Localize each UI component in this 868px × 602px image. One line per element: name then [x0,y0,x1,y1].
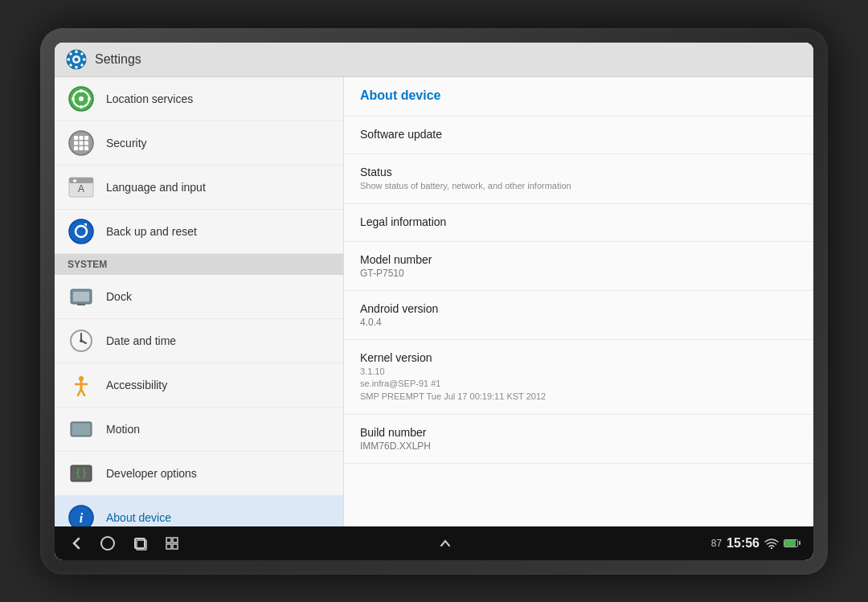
svg-rect-58 [173,544,178,549]
svg-rect-36 [77,304,85,305]
svg-point-15 [80,105,83,109]
battery-icon [784,539,800,547]
svg-rect-23 [80,141,84,145]
about-icon: i [68,504,95,526]
svg-rect-21 [84,136,88,140]
developer-icon: {} [68,460,95,487]
svg-rect-35 [73,292,89,301]
about-label: About device [106,511,171,524]
sidebar-item-about[interactable]: i About device [55,496,343,526]
about-device-header: About device [344,77,813,117]
svg-text:{}: {} [75,467,88,479]
svg-point-2 [75,57,79,61]
svg-point-52 [101,537,114,550]
android-version-value: 4.0.4 [360,317,797,328]
svg-point-40 [80,339,83,342]
model-value: GT-P7510 [360,268,797,279]
settings-body: Location services [55,77,813,526]
svg-rect-5 [68,58,71,60]
settings-app: Settings [55,43,813,560]
nav-buttons [68,535,180,551]
kernel-version-item: Kernel version 3.1.10 se.infra@SEP-91 #1… [344,340,813,415]
legal-title: Legal information [360,215,797,228]
location-label: Location services [106,92,193,105]
svg-rect-55 [166,538,171,543]
dock-icon [68,283,95,310]
build-number-item: Build number IMM76D.XXLPH [344,415,813,464]
back-button[interactable] [68,535,84,551]
android-version-item: Android version 4.0.4 [344,291,813,340]
svg-rect-27 [84,146,88,150]
accessibility-icon [68,371,95,399]
tablet-screen: Settings [55,43,813,560]
sidebar-item-motion[interactable]: Motion [55,407,343,452]
sidebar-item-security[interactable]: Security [55,121,343,166]
system-section-header: System [55,254,343,275]
svg-text:i: i [80,511,84,525]
system-bar: 87 15:56 [55,526,813,560]
up-arrow[interactable] [437,535,453,551]
svg-rect-29 [69,178,93,183]
svg-line-45 [81,389,84,395]
status-item[interactable]: Status Show status of battery, network, … [344,154,813,204]
status-subtitle: Show status of battery, network, and oth… [360,180,797,192]
svg-rect-25 [74,146,78,150]
sidebar-item-datetime[interactable]: Date and time [55,319,343,363]
settings-sidebar: Location services [55,77,344,526]
svg-point-32 [69,219,93,244]
svg-point-13 [79,96,84,101]
motion-icon [68,416,95,443]
svg-rect-19 [74,136,78,140]
legal-info-item[interactable]: Legal information [344,204,813,242]
sidebar-item-backup[interactable]: Back up and reset [55,210,343,254]
svg-rect-4 [76,66,78,69]
screenshot-button[interactable] [164,535,180,551]
svg-rect-22 [74,141,78,145]
svg-text:A: A [78,183,84,195]
settings-icon [66,49,87,70]
svg-rect-56 [173,538,178,543]
svg-point-59 [771,547,772,548]
sidebar-item-accessibility[interactable]: Accessibility [55,363,343,407]
svg-rect-20 [80,136,84,140]
sidebar-item-dock[interactable]: Dock [55,275,343,319]
build-title: Build number [360,426,797,439]
sidebar-item-location[interactable]: Location services [55,77,343,121]
sidebar-item-developer[interactable]: {} Developer options [55,452,343,496]
tablet-device: Settings [40,28,828,575]
center-nav [437,535,453,551]
sidebar-item-language[interactable]: A Language and input [55,166,343,210]
model-number-item: Model number GT-P7510 [344,242,813,291]
model-title: Model number [360,253,797,266]
build-value: IMM76D.XXLPH [360,440,797,452]
recent-apps-button[interactable] [132,535,148,551]
language-label: Language and input [106,181,206,194]
dock-label: Dock [106,290,132,303]
svg-rect-26 [80,146,84,150]
svg-rect-47 [72,424,90,435]
battery-level: 87 [711,538,722,549]
time-display: 15:56 [727,536,760,551]
svg-point-16 [72,97,75,100]
home-button[interactable] [100,535,116,551]
language-icon: A [68,174,95,201]
datetime-icon [68,327,95,354]
kernel-value: 3.1.10 se.infra@SEP-91 #1 SMP PREEMPT Tu… [360,366,797,403]
android-version-title: Android version [360,302,797,315]
status-title: Status [360,166,797,178]
settings-header: Settings [55,43,813,77]
motion-label: Motion [106,423,140,436]
svg-rect-24 [84,141,88,145]
developer-label: Developer options [106,467,197,480]
svg-rect-6 [83,58,86,60]
kernel-title: Kernel version [360,351,797,364]
svg-point-17 [88,97,91,100]
settings-title: Settings [95,52,141,67]
settings-content: About device Software update Status Show… [344,77,813,526]
backup-icon [68,218,95,245]
svg-rect-57 [166,544,171,549]
software-update-item[interactable]: Software update [344,117,813,154]
svg-point-14 [80,89,83,92]
wifi-icon [764,538,779,549]
about-device-title: About device [360,88,797,103]
